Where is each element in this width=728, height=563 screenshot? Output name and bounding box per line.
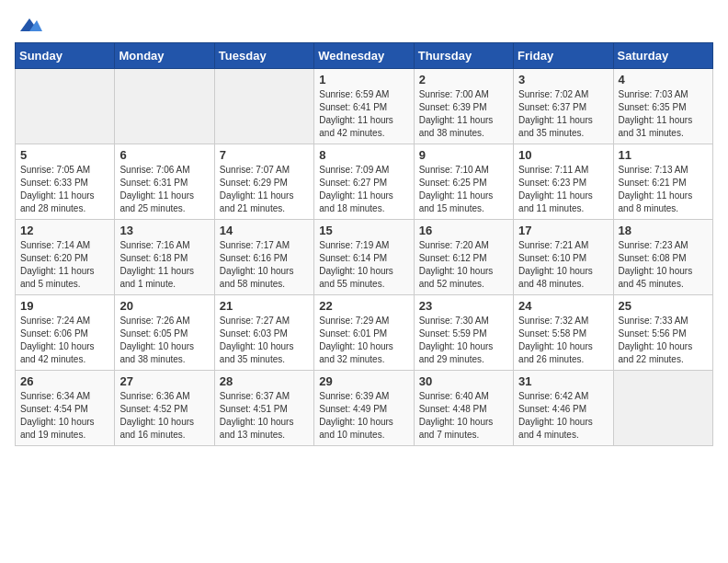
day-number: 22 [319, 299, 408, 313]
calendar-day-cell [214, 69, 313, 144]
weekday-header: Tuesday [214, 43, 313, 69]
calendar-week-row: 12Sunrise: 7:14 AM Sunset: 6:20 PM Dayli… [16, 220, 713, 295]
calendar-day-cell: 2Sunrise: 7:00 AM Sunset: 6:39 PM Daylig… [414, 69, 513, 144]
day-info: Sunrise: 7:14 AM Sunset: 6:20 PM Dayligh… [20, 239, 109, 291]
page-header [15, 15, 713, 31]
calendar-day-cell: 19Sunrise: 7:24 AM Sunset: 6:06 PM Dayli… [16, 295, 115, 371]
calendar-day-cell: 27Sunrise: 6:36 AM Sunset: 4:52 PM Dayli… [115, 371, 214, 446]
day-info: Sunrise: 7:30 AM Sunset: 5:59 PM Dayligh… [419, 315, 508, 366]
day-info: Sunrise: 6:59 AM Sunset: 6:41 PM Dayligh… [319, 88, 408, 140]
day-info: Sunrise: 6:40 AM Sunset: 4:48 PM Dayligh… [419, 390, 508, 442]
day-number: 25 [619, 299, 708, 313]
calendar-day-cell: 26Sunrise: 6:34 AM Sunset: 4:54 PM Dayli… [16, 371, 115, 446]
calendar-day-cell: 12Sunrise: 7:14 AM Sunset: 6:20 PM Dayli… [16, 220, 115, 295]
calendar-day-cell: 28Sunrise: 6:37 AM Sunset: 4:51 PM Dayli… [214, 371, 313, 446]
calendar: SundayMondayTuesdayWednesdayThursdayFrid… [15, 42, 713, 446]
calendar-week-row: 26Sunrise: 6:34 AM Sunset: 4:54 PM Dayli… [16, 371, 713, 446]
weekday-header: Friday [514, 43, 613, 69]
day-info: Sunrise: 7:16 AM Sunset: 6:18 PM Dayligh… [119, 239, 209, 291]
day-number: 13 [119, 224, 209, 237]
calendar-day-cell: 31Sunrise: 6:42 AM Sunset: 4:46 PM Dayli… [514, 371, 613, 446]
day-number: 10 [518, 148, 608, 162]
calendar-day-cell: 5Sunrise: 7:05 AM Sunset: 6:33 PM Daylig… [16, 144, 115, 220]
day-number: 26 [20, 374, 109, 388]
calendar-day-cell: 8Sunrise: 7:09 AM Sunset: 6:27 PM Daylig… [314, 144, 414, 220]
day-number: 12 [20, 224, 109, 237]
calendar-day-cell: 16Sunrise: 7:20 AM Sunset: 6:12 PM Dayli… [414, 220, 513, 295]
day-number: 4 [619, 73, 708, 86]
day-info: Sunrise: 7:06 AM Sunset: 6:31 PM Dayligh… [119, 164, 209, 215]
day-info: Sunrise: 7:05 AM Sunset: 6:33 PM Dayligh… [20, 164, 109, 215]
calendar-week-row: 1Sunrise: 6:59 AM Sunset: 6:41 PM Daylig… [16, 69, 713, 144]
day-number: 21 [220, 299, 309, 313]
day-info: Sunrise: 7:17 AM Sunset: 6:16 PM Dayligh… [220, 239, 309, 291]
day-info: Sunrise: 7:27 AM Sunset: 6:03 PM Dayligh… [220, 315, 309, 366]
weekday-header: Saturday [613, 43, 712, 69]
day-number: 2 [419, 73, 508, 86]
day-number: 29 [319, 374, 408, 388]
calendar-day-cell: 21Sunrise: 7:27 AM Sunset: 6:03 PM Dayli… [214, 295, 313, 371]
calendar-day-cell: 25Sunrise: 7:33 AM Sunset: 5:56 PM Dayli… [613, 295, 712, 371]
weekday-header: Wednesday [314, 43, 414, 69]
calendar-day-cell: 3Sunrise: 7:02 AM Sunset: 6:37 PM Daylig… [514, 69, 613, 144]
calendar-week-row: 19Sunrise: 7:24 AM Sunset: 6:06 PM Dayli… [16, 295, 713, 371]
day-info: Sunrise: 7:09 AM Sunset: 6:27 PM Dayligh… [319, 164, 408, 215]
day-info: Sunrise: 7:29 AM Sunset: 6:01 PM Dayligh… [319, 315, 408, 366]
calendar-body: 1Sunrise: 6:59 AM Sunset: 6:41 PM Daylig… [16, 69, 713, 446]
day-number: 8 [319, 148, 408, 162]
calendar-day-cell: 23Sunrise: 7:30 AM Sunset: 5:59 PM Dayli… [414, 295, 513, 371]
day-number: 28 [220, 374, 309, 388]
day-info: Sunrise: 7:23 AM Sunset: 6:08 PM Dayligh… [619, 239, 708, 291]
calendar-day-cell: 20Sunrise: 7:26 AM Sunset: 6:05 PM Dayli… [115, 295, 214, 371]
day-info: Sunrise: 6:34 AM Sunset: 4:54 PM Dayligh… [20, 390, 109, 442]
day-number: 17 [518, 224, 608, 237]
calendar-day-cell: 10Sunrise: 7:11 AM Sunset: 6:23 PM Dayli… [514, 144, 613, 220]
day-number: 3 [518, 73, 608, 86]
calendar-day-cell: 1Sunrise: 6:59 AM Sunset: 6:41 PM Daylig… [314, 69, 414, 144]
day-number: 19 [20, 299, 109, 313]
day-info: Sunrise: 6:39 AM Sunset: 4:49 PM Dayligh… [319, 390, 408, 442]
day-info: Sunrise: 7:10 AM Sunset: 6:25 PM Dayligh… [419, 164, 508, 215]
calendar-day-cell: 13Sunrise: 7:16 AM Sunset: 6:18 PM Dayli… [115, 220, 214, 295]
day-number: 6 [119, 148, 209, 162]
calendar-day-cell: 15Sunrise: 7:19 AM Sunset: 6:14 PM Dayli… [314, 220, 414, 295]
calendar-day-cell [115, 69, 214, 144]
calendar-day-cell: 7Sunrise: 7:07 AM Sunset: 6:29 PM Daylig… [214, 144, 313, 220]
calendar-day-cell: 18Sunrise: 7:23 AM Sunset: 6:08 PM Dayli… [613, 220, 712, 295]
calendar-day-cell: 9Sunrise: 7:10 AM Sunset: 6:25 PM Daylig… [414, 144, 513, 220]
day-number: 31 [518, 374, 608, 388]
day-info: Sunrise: 7:20 AM Sunset: 6:12 PM Dayligh… [419, 239, 508, 291]
logo [15, 15, 42, 31]
day-number: 23 [419, 299, 508, 313]
day-number: 14 [220, 224, 309, 237]
day-number: 20 [119, 299, 209, 313]
day-info: Sunrise: 6:36 AM Sunset: 4:52 PM Dayligh… [119, 390, 209, 442]
day-number: 15 [319, 224, 408, 237]
day-info: Sunrise: 7:19 AM Sunset: 6:14 PM Dayligh… [319, 239, 408, 291]
day-number: 18 [619, 224, 708, 237]
day-info: Sunrise: 7:11 AM Sunset: 6:23 PM Dayligh… [518, 164, 608, 215]
day-number: 30 [419, 374, 508, 388]
calendar-day-cell: 17Sunrise: 7:21 AM Sunset: 6:10 PM Dayli… [514, 220, 613, 295]
day-number: 5 [20, 148, 109, 162]
day-number: 7 [220, 148, 309, 162]
calendar-day-cell: 30Sunrise: 6:40 AM Sunset: 4:48 PM Dayli… [414, 371, 513, 446]
day-info: Sunrise: 7:21 AM Sunset: 6:10 PM Dayligh… [518, 239, 608, 291]
day-info: Sunrise: 7:03 AM Sunset: 6:35 PM Dayligh… [619, 88, 708, 140]
day-info: Sunrise: 7:32 AM Sunset: 5:58 PM Dayligh… [518, 315, 608, 366]
calendar-day-cell [613, 371, 712, 446]
weekday-header: Sunday [16, 43, 115, 69]
day-info: Sunrise: 7:26 AM Sunset: 6:05 PM Dayligh… [119, 315, 209, 366]
day-info: Sunrise: 7:07 AM Sunset: 6:29 PM Dayligh… [220, 164, 309, 215]
weekday-header: Thursday [414, 43, 513, 69]
day-number: 24 [518, 299, 608, 313]
logo-icon [17, 15, 42, 35]
day-number: 16 [419, 224, 508, 237]
calendar-day-cell: 22Sunrise: 7:29 AM Sunset: 6:01 PM Dayli… [314, 295, 414, 371]
calendar-day-cell [16, 69, 115, 144]
calendar-day-cell: 11Sunrise: 7:13 AM Sunset: 6:21 PM Dayli… [613, 144, 712, 220]
day-info: Sunrise: 6:42 AM Sunset: 4:46 PM Dayligh… [518, 390, 608, 442]
day-info: Sunrise: 7:24 AM Sunset: 6:06 PM Dayligh… [20, 315, 109, 366]
day-info: Sunrise: 6:37 AM Sunset: 4:51 PM Dayligh… [220, 390, 309, 442]
day-number: 9 [419, 148, 508, 162]
